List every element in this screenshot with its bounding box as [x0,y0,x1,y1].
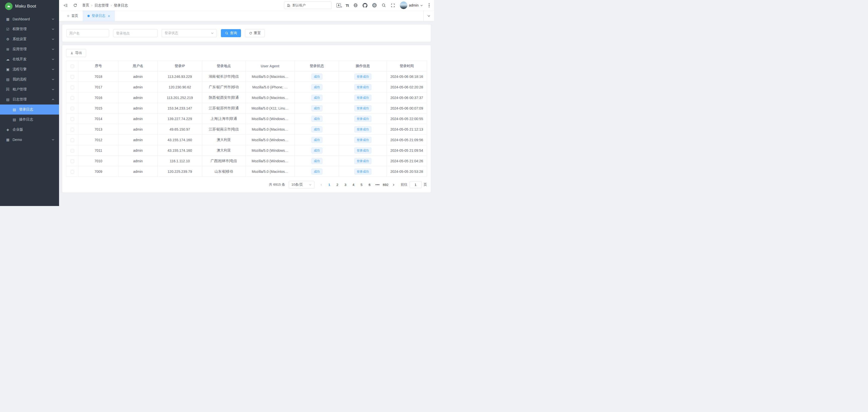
row-checkbox[interactable] [71,138,74,142]
tenant-select[interactable]: 默认租户 [284,1,332,9]
breadcrumb-item[interactable]: 日志管理 [91,3,108,8]
select-all-checkbox[interactable] [71,65,74,68]
operation-badge: 登录成功 [354,148,371,154]
cell-user-agent: Mozilla/5.0 (iPhone; … [246,82,295,92]
operation-badge: 登录成功 [354,105,371,111]
sidebar-item[interactable]: ▦ Demo [0,135,59,145]
reset-button[interactable]: 重置 [245,29,265,37]
breadcrumb-item[interactable]: 首页 [82,3,89,7]
tab-close-icon[interactable]: × [108,14,110,18]
export-button[interactable]: 导出 [66,49,86,57]
row-checkbox[interactable] [71,75,74,78]
cell-login-location: 山东省|移动 [202,166,246,177]
sidebar-item[interactable]: ⚙ 系统设置 [0,34,59,44]
download-icon [70,51,74,55]
page-number-button[interactable]: 4 [350,181,357,188]
page-number-button[interactable]: 1 [326,181,333,188]
cell-username: admin [119,71,158,82]
sidebar-fold-icon[interactable] [63,3,68,8]
sidebar-item[interactable]: ▤ 登录日志 [0,104,59,115]
goto-page-input[interactable] [410,181,422,188]
sidebar-item[interactable]: ▣ 流程引擎 [0,64,59,74]
chevron-down-icon [52,88,55,91]
cell-username: admin [119,145,158,156]
more-menu-icon[interactable] [428,2,431,8]
sidebar-item-icon: ▤ [5,77,10,82]
user-menu[interactable]: admin [400,1,423,9]
font-size-icon[interactable]: Tt [345,3,348,7]
prev-page-button[interactable]: ‹ [318,181,325,188]
globe-icon[interactable] [353,3,358,7]
page-number-button[interactable]: 6 [366,181,373,188]
page-number-button[interactable]: 2 [334,181,341,188]
github-icon[interactable] [363,3,367,8]
sidebar-item-label: 应用管理 [12,47,49,52]
tab[interactable]: 首页 × [63,10,83,21]
sidebar-item[interactable]: ▤ 日志管理 [0,94,59,104]
tab[interactable]: 登录日志 × [83,10,115,21]
row-checkbox[interactable] [71,160,74,163]
sidebar-item[interactable]: ▤ 操作日志 [0,115,59,125]
refresh-icon [249,32,252,35]
row-checkbox[interactable] [71,128,74,131]
sidebar-item[interactable]: ▦ Dashboard [0,14,59,24]
cell-login-time: 2024-05-05 20:53:28 [387,166,427,177]
tabs-dropdown-icon[interactable] [424,10,434,21]
building-icon [287,3,290,7]
page-number-button[interactable]: 5 [358,181,365,188]
sidebar-item[interactable]: ☑ 权限管理 [0,24,59,34]
row-select-cell [66,124,79,135]
sidebar-item-label: 我的流程 [12,77,49,82]
search-icon[interactable] [381,3,386,7]
login-location-input[interactable] [113,29,158,37]
translate-icon[interactable]: A [337,3,341,7]
cell-login-ip: 120.225.239.79 [158,166,202,177]
cell-username: admin [119,92,158,103]
page-number-button[interactable]: ••• [374,181,381,188]
next-page-button[interactable]: › [390,181,397,188]
sidebar: Maku Boot ▦ Dashboard ☑ 权限管理 ⚙ 系统设置 ⊞ [0,0,59,206]
avatar[interactable] [400,1,407,9]
sidebar-item[interactable]: ▤ 我的流程 [0,74,59,85]
cell-operation: 登录成功 [339,135,387,145]
status-badge: 成功 [311,73,322,80]
row-select-cell [66,82,79,92]
sidebar-item-icon: ☁ [5,57,10,61]
gitee-icon[interactable]: G [372,3,377,7]
page-number-button[interactable]: 3 [342,181,349,188]
cell-operation: 登录成功 [339,145,387,156]
table-row: 7017 admin 120.230.90.62 广东省|广州市|移动 Mozi… [66,82,427,92]
sidebar-item-icon: ▣ [5,67,10,71]
row-checkbox[interactable] [71,86,74,89]
sidebar-item[interactable]: ◈ 企业版 [0,125,59,135]
table-panel: 导出 序号 用户名 [62,45,431,192]
table-row: 7012 admin 43.155.174.160 澳大利亚 Mozilla/5… [66,135,427,145]
sidebar-item-icon: ▦ [5,17,10,21]
breadcrumb-item[interactable]: 登录日志 [111,3,128,8]
page-number-button[interactable]: 692 [382,181,389,188]
username-input[interactable] [66,29,109,37]
topbar: 首页 日志管理 登录日志 默认租户 A Tt G [59,0,434,10]
operation-badge: 登录成功 [354,73,371,80]
refresh-icon[interactable] [73,3,78,8]
login-status-select[interactable]: 登录状态 [162,29,217,37]
tabs-bar: 首页 × 登录日志 × [59,10,434,21]
row-checkbox[interactable] [71,117,74,121]
query-button[interactable]: 查询 [221,29,241,37]
row-select-cell [66,92,79,103]
sidebar-item[interactable]: 回 租户管理 [0,85,59,94]
column-header: User Agent [246,61,295,71]
row-checkbox[interactable] [71,170,74,173]
row-checkbox[interactable] [71,107,74,110]
cell-operation: 登录成功 [339,82,387,92]
cell-username: admin [119,135,158,145]
page-size-select[interactable]: 10条/页 [289,181,314,188]
sidebar-item[interactable]: ⊞ 应用管理 [0,44,59,54]
sidebar-item[interactable]: ☁ 在线开发 [0,54,59,64]
cell-login-location: 湖南省|长沙市|电信 [202,71,246,82]
row-checkbox[interactable] [71,149,74,153]
fullscreen-icon[interactable] [391,3,395,7]
row-checkbox[interactable] [71,96,74,100]
sidebar-item-icon: ◈ [5,128,10,132]
logo-icon [5,2,12,10]
